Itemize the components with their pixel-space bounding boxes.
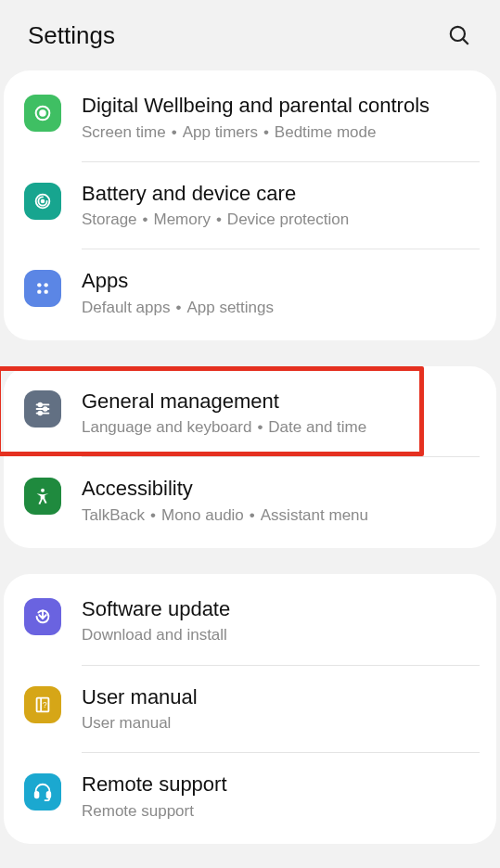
settings-group: Digital Wellbeing and parental controlsS… bbox=[4, 70, 496, 340]
search-icon bbox=[447, 23, 471, 47]
support-icon bbox=[24, 773, 61, 811]
svg-point-13 bbox=[38, 402, 42, 406]
svg-point-14 bbox=[44, 407, 47, 411]
settings-item-content: Digital Wellbeing and parental controlsS… bbox=[82, 93, 480, 143]
subtitle-part: Mono audio bbox=[161, 506, 244, 524]
page-title: Settings bbox=[28, 21, 115, 50]
settings-item-subtitle: TalkBack•Mono audio•Assistant menu bbox=[82, 505, 480, 526]
settings-item-subtitle: Storage•Memory•Device protection bbox=[82, 210, 480, 230]
settings-item-subtitle: Download and install bbox=[82, 625, 480, 645]
header: Settings bbox=[0, 0, 500, 70]
settings-item-battery-device-care[interactable]: Battery and device careStorage•Memory•De… bbox=[4, 162, 496, 249]
settings-item-digital-wellbeing[interactable]: Digital Wellbeing and parental controlsS… bbox=[4, 74, 496, 161]
settings-item-apps[interactable]: AppsDefault apps•App settings bbox=[4, 249, 496, 337]
settings-item-title: General management bbox=[82, 389, 480, 415]
svg-line-1 bbox=[463, 39, 468, 45]
accessibility-icon bbox=[24, 478, 61, 515]
svg-point-7 bbox=[44, 283, 47, 287]
svg-point-15 bbox=[38, 412, 42, 415]
subtitle-part: Download and install bbox=[82, 626, 227, 644]
svg-point-16 bbox=[41, 489, 45, 492]
settings-item-title: Accessibility bbox=[82, 476, 480, 502]
subtitle-part: Bedtime mode bbox=[275, 123, 377, 141]
update-icon bbox=[24, 598, 61, 635]
svg-point-8 bbox=[37, 290, 41, 294]
settings-item-content: Battery and device careStorage•Memory•De… bbox=[82, 181, 480, 231]
settings-item-title: Remote support bbox=[82, 772, 480, 798]
settings-item-general-management[interactable]: General managementLanguage and keyboard•… bbox=[4, 370, 496, 457]
settings-group: General managementLanguage and keyboard•… bbox=[4, 366, 496, 548]
device-care-icon bbox=[24, 183, 61, 220]
subtitle-part: Default apps bbox=[82, 299, 170, 316]
svg-point-3 bbox=[40, 110, 45, 116]
settings-item-title: Digital Wellbeing and parental controls bbox=[82, 93, 480, 119]
subtitle-part: TalkBack bbox=[82, 506, 145, 524]
settings-item-subtitle: Language and keyboard•Date and time bbox=[82, 417, 480, 438]
svg-text:?: ? bbox=[43, 700, 47, 708]
sliders-icon bbox=[24, 390, 61, 428]
manual-icon: ? bbox=[24, 686, 61, 723]
svg-rect-21 bbox=[47, 792, 51, 798]
settings-item-remote-support[interactable]: Remote supportRemote support bbox=[4, 753, 496, 840]
svg-point-9 bbox=[44, 290, 47, 294]
subtitle-part: Memory bbox=[154, 211, 211, 228]
settings-item-content: AppsDefault apps•App settings bbox=[82, 268, 480, 318]
settings-item-software-update[interactable]: Software updateDownload and install bbox=[4, 578, 496, 665]
svg-rect-20 bbox=[35, 792, 39, 798]
subtitle-part: Screen time bbox=[82, 123, 166, 141]
settings-item-title: User manual bbox=[82, 684, 480, 710]
settings-item-content: Remote supportRemote support bbox=[82, 772, 480, 822]
settings-item-content: Software updateDownload and install bbox=[82, 596, 480, 646]
settings-item-content: AccessibilityTalkBack•Mono audio•Assista… bbox=[82, 476, 480, 526]
svg-point-0 bbox=[451, 27, 465, 41]
settings-item-subtitle: Default apps•App settings bbox=[82, 298, 480, 318]
settings-item-title: Software update bbox=[82, 596, 480, 622]
subtitle-part: Storage bbox=[82, 211, 137, 228]
dot-separator: • bbox=[175, 299, 181, 316]
dot-separator: • bbox=[172, 123, 177, 141]
settings-item-subtitle: Remote support bbox=[82, 801, 480, 822]
subtitle-part: User manual bbox=[82, 714, 171, 732]
settings-item-title: Battery and device care bbox=[82, 181, 480, 207]
dot-separator: • bbox=[263, 123, 269, 141]
subtitle-part: Device protection bbox=[227, 211, 349, 228]
subtitle-part: Remote support bbox=[82, 802, 194, 820]
settings-item-content: User manualUser manual bbox=[82, 684, 480, 734]
wellbeing-icon bbox=[24, 95, 61, 132]
dot-separator: • bbox=[250, 506, 255, 524]
settings-group: Software updateDownload and install?User… bbox=[4, 574, 496, 844]
settings-item-subtitle: Screen time•App timers•Bedtime mode bbox=[82, 122, 480, 143]
dot-separator: • bbox=[257, 418, 263, 436]
settings-item-user-manual[interactable]: ?User manualUser manual bbox=[4, 666, 496, 753]
subtitle-part: App timers bbox=[183, 123, 258, 141]
svg-point-6 bbox=[37, 283, 41, 287]
svg-point-5 bbox=[42, 199, 45, 202]
dot-separator: • bbox=[143, 211, 148, 228]
subtitle-part: Date and time bbox=[268, 418, 366, 436]
settings-item-accessibility[interactable]: AccessibilityTalkBack•Mono audio•Assista… bbox=[4, 457, 496, 544]
subtitle-part: Assistant menu bbox=[261, 506, 368, 524]
search-button[interactable] bbox=[444, 20, 474, 50]
dot-separator: • bbox=[150, 506, 156, 524]
subtitle-part: Language and keyboard bbox=[82, 418, 251, 436]
apps-icon bbox=[24, 270, 61, 307]
settings-item-content: General managementLanguage and keyboard•… bbox=[82, 389, 480, 439]
dot-separator: • bbox=[216, 211, 222, 228]
settings-item-title: Apps bbox=[82, 268, 480, 294]
settings-item-subtitle: User manual bbox=[82, 713, 480, 734]
subtitle-part: App settings bbox=[186, 299, 274, 316]
